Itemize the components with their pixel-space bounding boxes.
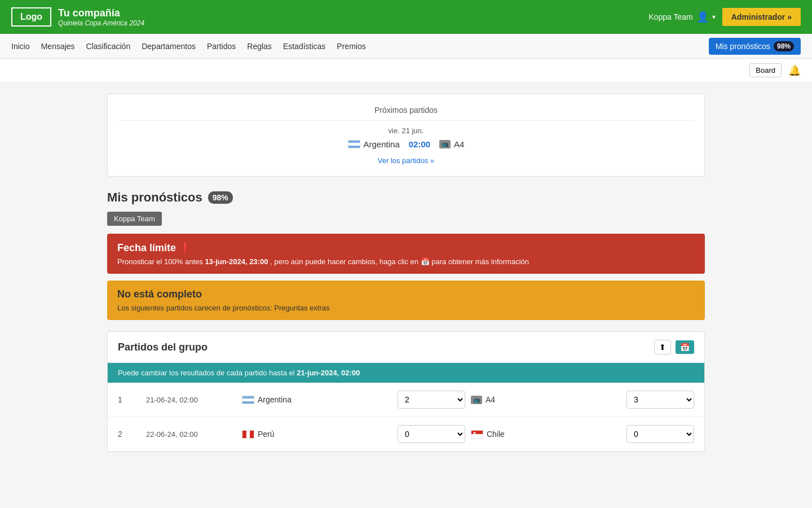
company-name: Tu compañía	[58, 7, 144, 19]
scroll-up-button[interactable]: ⬆	[654, 340, 671, 354]
info-bar: Puede cambiar los resultados de cada par…	[108, 363, 704, 383]
info-bar-date: 21-jun-2024, 02:00	[297, 369, 360, 377]
row-home-team-2: Perú	[242, 430, 392, 439]
alert-incompleto: No está completo Los siguientes partidos…	[107, 281, 705, 320]
alert-fecha-date: 13-jun-2024, 23:00	[205, 257, 268, 266]
chevron-down-icon[interactable]: ▾	[712, 13, 716, 21]
score-home-select-1[interactable]: 0 1 2 3 4	[398, 391, 465, 409]
tv-icon-row1: 📺	[471, 396, 482, 404]
koppa-team-tag: Koppa Team	[107, 212, 162, 226]
partidos-del-grupo-title: Partidos del grupo	[118, 341, 208, 353]
board-button[interactable]: Board	[749, 63, 782, 77]
header-brand: Tu compañía Quiniela Copa América 2024	[58, 7, 144, 27]
partidos-header-icons: ⬆ 📅	[654, 340, 694, 354]
nav-reglas[interactable]: Reglas	[247, 42, 272, 51]
nav-inicio[interactable]: Inicio	[11, 42, 30, 51]
partidos-header: Partidos del grupo ⬆ 📅	[108, 332, 704, 363]
calendar-icon: 📅	[421, 257, 430, 266]
row-away-team-2: Chile	[471, 430, 621, 439]
alert-incompleto-title: No está completo	[117, 288, 695, 300]
alert-fecha-body-text2: , pero aún puede hacer cambios, haga cli…	[270, 257, 421, 266]
match-row: Argentina 02:00 📺 A4	[119, 139, 693, 149]
subtitle: Quiniela Copa América 2024	[58, 19, 144, 27]
alert-fecha-limite: Fecha límite ❗ Pronosticar el 100% antes…	[107, 234, 705, 274]
proximos-partidos-card: Próximos partidos vie. 21 jun. Argentina…	[107, 94, 705, 177]
argentina-flag-row1	[242, 396, 254, 404]
alert-fecha-body-text1: Pronosticar el 100% antes	[117, 257, 205, 266]
score-home-select-2[interactable]: 0 1 2 3	[398, 425, 465, 443]
alert-fecha-body-text3: para obtener más información	[431, 257, 529, 266]
mis-pronosticos-section-title: Mis pronósticos 98%	[107, 190, 705, 205]
home-team-name-row2: Perú	[258, 430, 275, 439]
home-team-name: Argentina	[364, 139, 400, 149]
nav-premios[interactable]: Premios	[337, 42, 365, 51]
nav-mensajes[interactable]: Mensajes	[41, 42, 75, 51]
header: Logo Tu compañía Quiniela Copa América 2…	[0, 0, 812, 34]
match-date: vie. 21 jun.	[119, 126, 693, 135]
alert-fecha-title: Fecha límite ❗	[117, 242, 695, 254]
argentina-flag	[348, 140, 360, 148]
pronosticos-pct-badge: 98%	[208, 191, 233, 204]
user-icon[interactable]: 👤	[696, 11, 709, 23]
row-away-team-1: 📺 A4	[471, 395, 621, 404]
mis-pronosticos-heading: Mis pronósticos	[107, 190, 202, 205]
away-team-name: A4	[454, 139, 464, 149]
nav-estadisticas[interactable]: Estadísticas	[283, 42, 325, 51]
row-num-1: 1	[118, 395, 140, 404]
user-name: Koppa Team	[648, 12, 692, 21]
ver-partidos-link-container: Ver los partidos »	[119, 156, 693, 165]
header-user: Koppa Team 👤 ▾	[648, 11, 715, 23]
calendar-button[interactable]: 📅	[676, 340, 694, 354]
away-team-name-row2: Chile	[487, 430, 505, 439]
table-row: 1 21-06-24, 02:00 Argentina 0 1 2 3 4 📺 …	[108, 383, 704, 417]
row-date-1: 21-06-24, 02:00	[146, 396, 236, 404]
mis-pronosticos-label: Mis pronósticos	[716, 42, 770, 51]
table-row: 2 22-06-24, 02:00 Perú 0 1 2 3 Chile 0 1…	[108, 417, 704, 452]
nav-right: Mis pronósticos 98%	[709, 38, 801, 55]
pronosticos-badge: 98%	[774, 41, 794, 51]
away-team: 📺 A4	[439, 139, 464, 149]
alert-incompleto-body: Los siguientes partidos carecen de pronó…	[117, 304, 695, 312]
nav: Inicio Mensajes Clasificación Departamen…	[0, 34, 812, 59]
row-date-2: 22-06-24, 02:00	[146, 430, 236, 439]
tv-icon: 📺	[439, 140, 451, 148]
home-team-name-row1: Argentina	[258, 395, 292, 404]
ver-partidos-link[interactable]: Ver los partidos »	[378, 156, 434, 165]
mis-pronosticos-button[interactable]: Mis pronósticos 98%	[709, 38, 801, 55]
info-bar-text: Puede cambiar los resultados de cada par…	[118, 369, 297, 377]
partidos-del-grupo-section: Partidos del grupo ⬆ 📅 Puede cambiar los…	[107, 331, 705, 452]
chile-flag-row2	[471, 430, 483, 439]
bell-icon[interactable]: 🔔	[788, 64, 801, 77]
header-right: Koppa Team 👤 ▾ Administrador »	[648, 8, 801, 26]
toolbar: Board 🔔	[0, 59, 812, 82]
main-content: Próximos partidos vie. 21 jun. Argentina…	[96, 82, 716, 463]
header-left: Logo Tu compañía Quiniela Copa América 2…	[11, 7, 144, 27]
nav-clasificacion[interactable]: Clasificación	[86, 42, 131, 51]
nav-links: Inicio Mensajes Clasificación Departamen…	[11, 42, 366, 51]
proximos-title: Próximos partidos	[119, 106, 693, 121]
match-time[interactable]: 02:00	[409, 139, 430, 149]
score-away-select-2[interactable]: 0 1 2 3	[626, 425, 694, 443]
nav-departamentos[interactable]: Departamentos	[142, 42, 196, 51]
alert-fecha-body: Pronosticar el 100% antes 13-jun-2024, 2…	[117, 257, 695, 266]
score-away-select-1[interactable]: 0 1 2 3 4	[626, 391, 694, 409]
away-team-name-row1: A4	[486, 395, 495, 404]
home-team: Argentina	[348, 139, 400, 149]
row-home-team-1: Argentina	[242, 395, 392, 404]
logo: Logo	[11, 7, 51, 27]
admin-button[interactable]: Administrador »	[722, 8, 801, 26]
row-num-2: 2	[118, 430, 140, 439]
peru-flag-row2	[242, 430, 254, 439]
nav-partidos[interactable]: Partidos	[207, 42, 236, 51]
